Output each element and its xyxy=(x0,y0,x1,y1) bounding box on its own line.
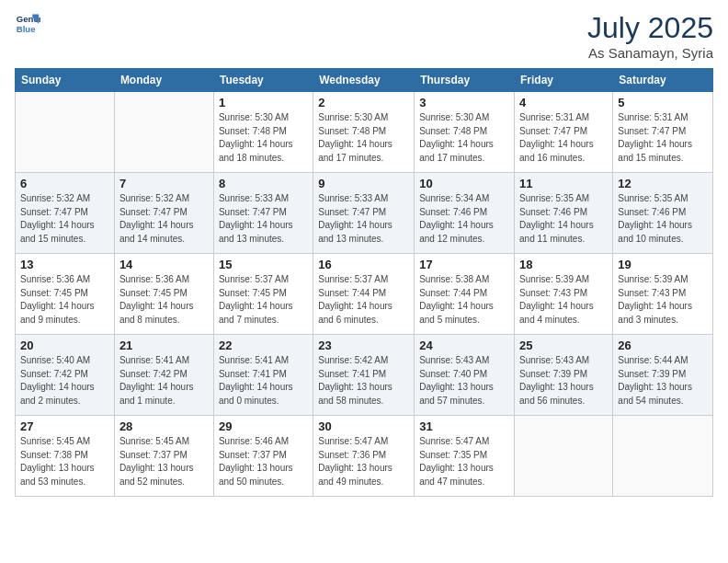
day-detail: Sunrise: 5:36 AM Sunset: 7:45 PM Dayligh… xyxy=(20,273,109,327)
calendar-header-row: Sunday Monday Tuesday Wednesday Thursday… xyxy=(16,69,713,92)
table-row: 13Sunrise: 5:36 AM Sunset: 7:45 PM Dayli… xyxy=(16,254,115,335)
day-number: 26 xyxy=(618,339,708,352)
day-detail: Sunrise: 5:38 AM Sunset: 7:44 PM Dayligh… xyxy=(419,273,509,327)
day-detail: Sunrise: 5:33 AM Sunset: 7:47 PM Dayligh… xyxy=(219,192,308,246)
table-row: 29Sunrise: 5:46 AM Sunset: 7:37 PM Dayli… xyxy=(213,416,313,497)
table-row xyxy=(613,416,713,497)
day-detail: Sunrise: 5:30 AM Sunset: 7:48 PM Dayligh… xyxy=(318,111,409,165)
day-detail: Sunrise: 5:42 AM Sunset: 7:41 PM Dayligh… xyxy=(318,354,409,408)
table-row: 18Sunrise: 5:39 AM Sunset: 7:43 PM Dayli… xyxy=(515,254,613,335)
col-monday: Monday xyxy=(114,69,213,92)
logo: General Blue xyxy=(15,11,40,37)
table-row: 15Sunrise: 5:37 AM Sunset: 7:45 PM Dayli… xyxy=(213,254,313,335)
col-sunday: Sunday xyxy=(16,69,115,92)
day-number: 25 xyxy=(519,339,608,352)
table-row: 25Sunrise: 5:43 AM Sunset: 7:39 PM Dayli… xyxy=(515,335,613,416)
day-detail: Sunrise: 5:37 AM Sunset: 7:45 PM Dayligh… xyxy=(219,273,308,327)
day-number: 11 xyxy=(519,177,608,190)
table-row: 3Sunrise: 5:30 AM Sunset: 7:48 PM Daylig… xyxy=(415,92,515,173)
day-detail: Sunrise: 5:30 AM Sunset: 7:48 PM Dayligh… xyxy=(219,111,308,165)
table-row: 31Sunrise: 5:47 AM Sunset: 7:35 PM Dayli… xyxy=(415,416,515,497)
month-title: July 2025 xyxy=(587,11,713,45)
day-detail: Sunrise: 5:32 AM Sunset: 7:47 PM Dayligh… xyxy=(119,192,209,246)
table-row: 20Sunrise: 5:40 AM Sunset: 7:42 PM Dayli… xyxy=(16,335,115,416)
day-detail: Sunrise: 5:45 AM Sunset: 7:37 PM Dayligh… xyxy=(119,435,209,488)
day-number: 19 xyxy=(618,258,708,271)
day-detail: Sunrise: 5:47 AM Sunset: 7:36 PM Dayligh… xyxy=(318,435,409,488)
table-row: 22Sunrise: 5:41 AM Sunset: 7:41 PM Dayli… xyxy=(213,335,313,416)
day-number: 5 xyxy=(618,96,708,109)
calendar-week-row: 1Sunrise: 5:30 AM Sunset: 7:48 PM Daylig… xyxy=(16,92,713,173)
table-row: 1Sunrise: 5:30 AM Sunset: 7:48 PM Daylig… xyxy=(213,92,313,173)
table-row xyxy=(16,92,115,173)
table-row: 12Sunrise: 5:35 AM Sunset: 7:46 PM Dayli… xyxy=(613,173,713,254)
table-row: 16Sunrise: 5:37 AM Sunset: 7:44 PM Dayli… xyxy=(313,254,415,335)
title-area: July 2025 As Sanamayn, Syria xyxy=(587,11,713,61)
day-detail: Sunrise: 5:32 AM Sunset: 7:47 PM Dayligh… xyxy=(20,192,109,246)
day-number: 14 xyxy=(119,258,209,271)
calendar-week-row: 27Sunrise: 5:45 AM Sunset: 7:38 PM Dayli… xyxy=(16,416,713,497)
day-detail: Sunrise: 5:43 AM Sunset: 7:39 PM Dayligh… xyxy=(519,354,608,408)
day-number: 9 xyxy=(318,177,409,190)
day-detail: Sunrise: 5:31 AM Sunset: 7:47 PM Dayligh… xyxy=(519,111,608,165)
day-detail: Sunrise: 5:35 AM Sunset: 7:46 PM Dayligh… xyxy=(618,192,708,246)
day-number: 30 xyxy=(318,419,409,433)
day-detail: Sunrise: 5:40 AM Sunset: 7:42 PM Dayligh… xyxy=(20,354,109,408)
day-number: 21 xyxy=(119,339,209,352)
day-detail: Sunrise: 5:43 AM Sunset: 7:40 PM Dayligh… xyxy=(419,354,509,408)
location-subtitle: As Sanamayn, Syria xyxy=(587,45,713,61)
col-wednesday: Wednesday xyxy=(313,69,415,92)
day-number: 8 xyxy=(219,177,308,190)
col-friday: Friday xyxy=(515,69,613,92)
day-detail: Sunrise: 5:39 AM Sunset: 7:43 PM Dayligh… xyxy=(618,273,708,327)
day-detail: Sunrise: 5:34 AM Sunset: 7:46 PM Dayligh… xyxy=(419,192,509,246)
table-row: 4Sunrise: 5:31 AM Sunset: 7:47 PM Daylig… xyxy=(515,92,613,173)
day-number: 27 xyxy=(20,419,109,433)
table-row: 11Sunrise: 5:35 AM Sunset: 7:46 PM Dayli… xyxy=(515,173,613,254)
day-detail: Sunrise: 5:46 AM Sunset: 7:37 PM Dayligh… xyxy=(219,435,308,488)
table-row: 2Sunrise: 5:30 AM Sunset: 7:48 PM Daylig… xyxy=(313,92,415,173)
table-row: 6Sunrise: 5:32 AM Sunset: 7:47 PM Daylig… xyxy=(16,173,115,254)
day-number: 2 xyxy=(318,96,409,109)
table-row: 19Sunrise: 5:39 AM Sunset: 7:43 PM Dayli… xyxy=(613,254,713,335)
table-row: 9Sunrise: 5:33 AM Sunset: 7:47 PM Daylig… xyxy=(313,173,415,254)
day-detail: Sunrise: 5:41 AM Sunset: 7:42 PM Dayligh… xyxy=(119,354,209,408)
day-detail: Sunrise: 5:37 AM Sunset: 7:44 PM Dayligh… xyxy=(318,273,409,327)
logo-icon: General Blue xyxy=(15,11,40,37)
day-number: 31 xyxy=(419,419,509,433)
table-row: 26Sunrise: 5:44 AM Sunset: 7:39 PM Dayli… xyxy=(613,335,713,416)
col-saturday: Saturday xyxy=(613,69,713,92)
day-detail: Sunrise: 5:31 AM Sunset: 7:47 PM Dayligh… xyxy=(618,111,708,165)
table-row: 30Sunrise: 5:47 AM Sunset: 7:36 PM Dayli… xyxy=(313,416,415,497)
table-row xyxy=(515,416,613,497)
day-number: 20 xyxy=(20,339,109,352)
day-detail: Sunrise: 5:30 AM Sunset: 7:48 PM Dayligh… xyxy=(419,111,509,165)
day-detail: Sunrise: 5:45 AM Sunset: 7:38 PM Dayligh… xyxy=(20,435,109,488)
table-row: 5Sunrise: 5:31 AM Sunset: 7:47 PM Daylig… xyxy=(613,92,713,173)
table-row: 8Sunrise: 5:33 AM Sunset: 7:47 PM Daylig… xyxy=(213,173,313,254)
day-number: 10 xyxy=(419,177,509,190)
table-row: 21Sunrise: 5:41 AM Sunset: 7:42 PM Dayli… xyxy=(114,335,213,416)
col-thursday: Thursday xyxy=(415,69,515,92)
calendar-week-row: 20Sunrise: 5:40 AM Sunset: 7:42 PM Dayli… xyxy=(16,335,713,416)
day-detail: Sunrise: 5:33 AM Sunset: 7:47 PM Dayligh… xyxy=(318,192,409,246)
table-row: 27Sunrise: 5:45 AM Sunset: 7:38 PM Dayli… xyxy=(16,416,115,497)
day-detail: Sunrise: 5:35 AM Sunset: 7:46 PM Dayligh… xyxy=(519,192,608,246)
day-number: 29 xyxy=(219,419,308,433)
day-number: 28 xyxy=(119,419,209,433)
day-detail: Sunrise: 5:47 AM Sunset: 7:35 PM Dayligh… xyxy=(419,435,509,488)
day-detail: Sunrise: 5:44 AM Sunset: 7:39 PM Dayligh… xyxy=(618,354,708,408)
table-row: 14Sunrise: 5:36 AM Sunset: 7:45 PM Dayli… xyxy=(114,254,213,335)
day-number: 7 xyxy=(119,177,209,190)
day-number: 15 xyxy=(219,258,308,271)
table-row: 24Sunrise: 5:43 AM Sunset: 7:40 PM Dayli… xyxy=(415,335,515,416)
day-number: 16 xyxy=(318,258,409,271)
day-number: 6 xyxy=(20,177,109,190)
header: General Blue July 2025 As Sanamayn, Syri… xyxy=(15,11,713,61)
table-row: 23Sunrise: 5:42 AM Sunset: 7:41 PM Dayli… xyxy=(313,335,415,416)
day-detail: Sunrise: 5:39 AM Sunset: 7:43 PM Dayligh… xyxy=(519,273,608,327)
day-number: 4 xyxy=(519,96,608,109)
table-row: 7Sunrise: 5:32 AM Sunset: 7:47 PM Daylig… xyxy=(114,173,213,254)
day-detail: Sunrise: 5:41 AM Sunset: 7:41 PM Dayligh… xyxy=(219,354,308,408)
svg-text:Blue: Blue xyxy=(17,24,36,34)
